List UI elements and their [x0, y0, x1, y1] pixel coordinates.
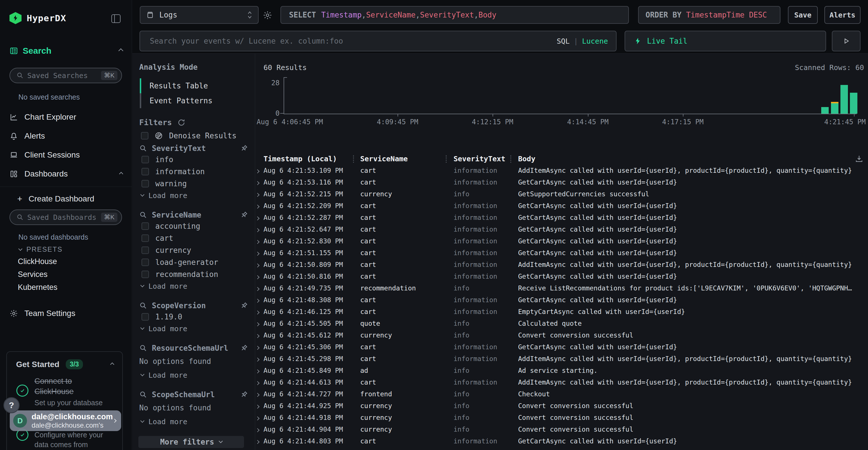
row-expand-chevron-icon[interactable] — [256, 179, 259, 186]
user-menu[interactable]: D dale@clickhouse.com dale@clickhouse.co… — [10, 410, 121, 431]
table-row[interactable]: Aug 6 4:21:51.155 PM cart information Ge… — [255, 247, 868, 259]
pin-icon[interactable] — [240, 211, 248, 219]
table-row[interactable]: Aug 6 4:21:44.613 PM cart information Ad… — [255, 376, 868, 388]
filter-option-label[interactable]: recommendation — [155, 270, 218, 279]
table-row[interactable]: Aug 6 4:21:53.109 PM cart information Ad… — [255, 164, 868, 176]
presets-toggle[interactable]: PRESETS — [19, 245, 63, 253]
row-expand-chevron-icon[interactable] — [256, 438, 259, 445]
get-started-step2-desc[interactable]: Configure where your data comes from — [34, 430, 103, 449]
histogram-bar[interactable] — [840, 77, 848, 114]
table-row[interactable]: Aug 6 4:21:46.125 PM cart information Em… — [255, 306, 868, 317]
filter-option-label[interactable]: cart — [155, 234, 174, 243]
table-row[interactable]: Aug 6 4:21:53.116 PM cart information Ge… — [255, 176, 868, 188]
saved-dashboards-input[interactable] — [27, 213, 101, 222]
help-button[interactable]: ? — [3, 397, 20, 413]
column-header-servicename[interactable]: ServiceName — [360, 155, 408, 163]
search-icon[interactable] — [139, 344, 147, 352]
filter-option-label[interactable]: accounting — [155, 222, 200, 230]
row-expand-chevron-icon[interactable] — [256, 402, 259, 410]
sidebar-collapse-icon[interactable] — [112, 14, 121, 23]
filter-option-checkbox[interactable] — [142, 156, 149, 163]
sql-toggle[interactable]: SQL — [557, 37, 569, 45]
refresh-icon[interactable] — [177, 118, 186, 127]
filter-option-checkbox[interactable] — [142, 247, 149, 254]
filter-option-checkbox[interactable] — [142, 259, 149, 266]
filter-option-checkbox[interactable] — [142, 234, 149, 242]
row-expand-chevron-icon[interactable] — [256, 343, 259, 351]
filter-option-checkbox[interactable] — [142, 222, 149, 230]
table-row[interactable]: Aug 6 4:21:45.505 PM quote info Calculat… — [255, 317, 868, 329]
filter-option-checkbox[interactable] — [142, 180, 149, 187]
row-expand-chevron-icon[interactable] — [256, 390, 259, 398]
pin-icon[interactable] — [240, 344, 248, 352]
sidebar-item-client-sessions[interactable]: Client Sessions — [9, 150, 123, 160]
column-header-timestamp[interactable]: Timestamp (Local) — [264, 155, 337, 163]
filter-option-checkbox[interactable] — [142, 168, 149, 175]
save-button[interactable]: Save — [788, 6, 818, 24]
filter-option-label[interactable]: info — [155, 155, 174, 164]
row-expand-chevron-icon[interactable] — [256, 331, 259, 339]
table-row[interactable]: Aug 6 4:21:44.925 PM currency info Conve… — [255, 400, 868, 412]
analysis-mode-option[interactable]: Results Table — [140, 78, 212, 93]
load-more-button[interactable]: Load more — [139, 280, 248, 292]
row-expand-chevron-icon[interactable] — [256, 320, 259, 327]
table-row[interactable]: Aug 6 4:21:52.215 PM currency info GetSu… — [255, 188, 868, 200]
search-icon[interactable] — [139, 301, 147, 310]
search-icon[interactable] — [139, 391, 147, 398]
preset-item-kubernetes[interactable]: Kubernetes — [18, 283, 57, 292]
table-row[interactable]: Aug 6 4:21:50.809 PM cart information Ad… — [255, 259, 868, 270]
denoise-checkbox[interactable] — [141, 132, 148, 139]
sidebar-item-search[interactable]: Search — [9, 46, 123, 56]
row-expand-chevron-icon[interactable] — [256, 214, 259, 221]
histogram-bar[interactable] — [831, 77, 838, 114]
pin-icon[interactable] — [240, 301, 248, 310]
filter-option-label[interactable]: information — [155, 167, 205, 176]
row-expand-chevron-icon[interactable] — [256, 167, 259, 174]
filter-option-checkbox[interactable] — [142, 270, 149, 278]
table-row[interactable]: Aug 6 4:21:49.735 PM recommendation info… — [255, 282, 868, 294]
analysis-mode-option[interactable]: Event Patterns — [140, 93, 212, 108]
preset-item-clickhouse[interactable]: ClickHouse — [18, 257, 57, 266]
sidebar-item-dashboards[interactable]: Dashboards — [9, 169, 123, 179]
table-row[interactable]: Aug 6 4:21:45.849 PM ad info Ad service … — [255, 364, 868, 376]
select-clause-input[interactable]: SELECT Timestamp,ServiceName,SeverityTex… — [280, 6, 629, 24]
table-row[interactable]: Aug 6 4:21:52.209 PM cart information Ge… — [255, 200, 868, 212]
table-row[interactable]: Aug 6 4:21:44.803 PM cart information Ge… — [255, 435, 868, 447]
chevron-up-icon[interactable] — [119, 49, 123, 53]
load-more-button[interactable]: Load more — [139, 190, 248, 201]
app-logo[interactable]: HyperDX — [9, 12, 66, 24]
pin-icon[interactable] — [240, 144, 248, 153]
column-header-body[interactable]: Body — [518, 155, 535, 163]
column-resize-handle[interactable] — [353, 155, 354, 163]
row-expand-chevron-icon[interactable] — [256, 367, 259, 374]
row-expand-chevron-icon[interactable] — [256, 414, 259, 421]
search-icon[interactable] — [139, 211, 147, 219]
sidebar-item-team-settings[interactable]: Team Settings — [9, 309, 123, 318]
saved-dashboards-search[interactable]: ⌘K — [9, 210, 122, 225]
row-expand-chevron-icon[interactable] — [256, 190, 259, 198]
load-more-button[interactable]: Load more — [139, 323, 248, 334]
row-expand-chevron-icon[interactable] — [256, 261, 259, 268]
table-row[interactable]: Aug 6 4:21:45.306 PM cart information Ge… — [255, 341, 868, 353]
filter-option-label[interactable]: 1.19.0 — [155, 313, 182, 321]
pin-icon[interactable] — [240, 390, 248, 399]
table-row[interactable]: Aug 6 4:21:44.904 PM currency info Conve… — [255, 423, 868, 435]
table-row[interactable]: Aug 6 4:21:52.830 PM cart information Ge… — [255, 235, 868, 247]
filter-option-label[interactable]: load-generator — [155, 258, 218, 267]
filter-option-checkbox[interactable] — [142, 313, 149, 321]
column-header-severitytext[interactable]: SeverityText — [454, 155, 505, 163]
order-by-input[interactable]: ORDER BY TimestampTime DESC — [638, 6, 780, 24]
table-row[interactable]: Aug 6 4:21:44.713 PM cart information Ge… — [255, 447, 868, 450]
lucene-toggle[interactable]: Lucene — [582, 37, 608, 45]
table-row[interactable]: Aug 6 4:21:52.287 PM cart information Ge… — [255, 212, 868, 223]
more-filters-button[interactable]: More filters — [138, 436, 244, 448]
download-icon[interactable] — [855, 155, 863, 163]
row-expand-chevron-icon[interactable] — [256, 355, 259, 362]
search-input[interactable] — [140, 31, 557, 51]
table-row[interactable]: Aug 6 4:21:45.612 PM currency info Conve… — [255, 329, 868, 341]
source-selector[interactable]: Logs — [140, 6, 259, 24]
create-dashboard-button[interactable]: + Create Dashboard — [17, 194, 130, 204]
row-expand-chevron-icon[interactable] — [256, 379, 259, 386]
row-expand-chevron-icon[interactable] — [256, 226, 259, 233]
live-tail-button[interactable]: Live Tail — [625, 31, 826, 52]
